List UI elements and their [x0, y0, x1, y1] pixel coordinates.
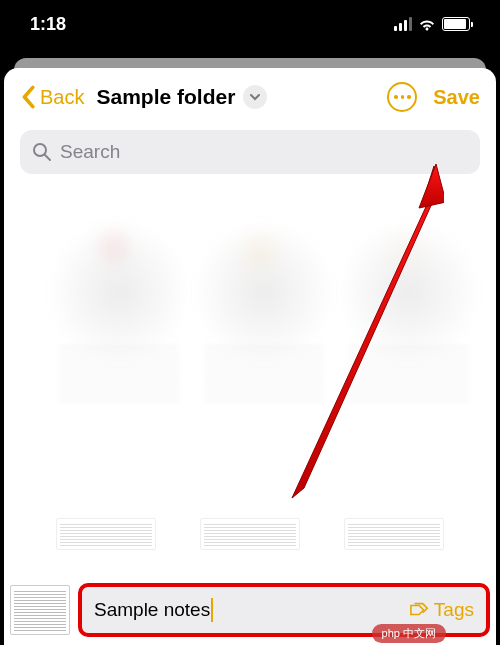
tags-icon [410, 602, 430, 618]
cellular-icon [394, 17, 412, 31]
svg-point-0 [34, 144, 46, 156]
modal-sheet: Back Sample folder Save Search [4, 68, 496, 645]
wifi-icon [418, 17, 436, 31]
folder-dropdown-button[interactable] [243, 85, 267, 109]
tags-label: Tags [434, 599, 474, 621]
note-title-input[interactable]: Sample notes [94, 598, 213, 622]
page-thumbnail[interactable] [56, 518, 156, 550]
document-thumbnail[interactable] [10, 585, 70, 635]
status-time: 1:18 [30, 14, 66, 35]
note-title-value: Sample notes [94, 599, 210, 621]
battery-icon [442, 17, 470, 31]
search-icon [32, 142, 52, 162]
back-button[interactable]: Back [20, 85, 84, 109]
folder-title[interactable]: Sample folder [96, 85, 235, 109]
more-options-button[interactable] [387, 82, 417, 112]
chevron-left-icon [20, 85, 36, 109]
page-thumbnail[interactable] [200, 518, 300, 550]
navigation-bar: Back Sample folder Save [4, 68, 496, 122]
chevron-down-icon [249, 93, 261, 101]
search-placeholder: Search [60, 141, 120, 163]
back-label: Back [40, 86, 84, 109]
status-bar: 1:18 [0, 0, 500, 48]
status-icons [394, 17, 470, 31]
save-button[interactable]: Save [433, 86, 480, 109]
ellipsis-icon [394, 95, 398, 99]
page-thumbnail[interactable] [344, 518, 444, 550]
search-input[interactable]: Search [20, 130, 480, 174]
thumbnail-row [4, 518, 496, 550]
tags-button[interactable]: Tags [410, 599, 474, 621]
text-cursor [211, 598, 213, 622]
notes-grid [4, 182, 496, 462]
watermark: php 中文网 [372, 624, 446, 643]
